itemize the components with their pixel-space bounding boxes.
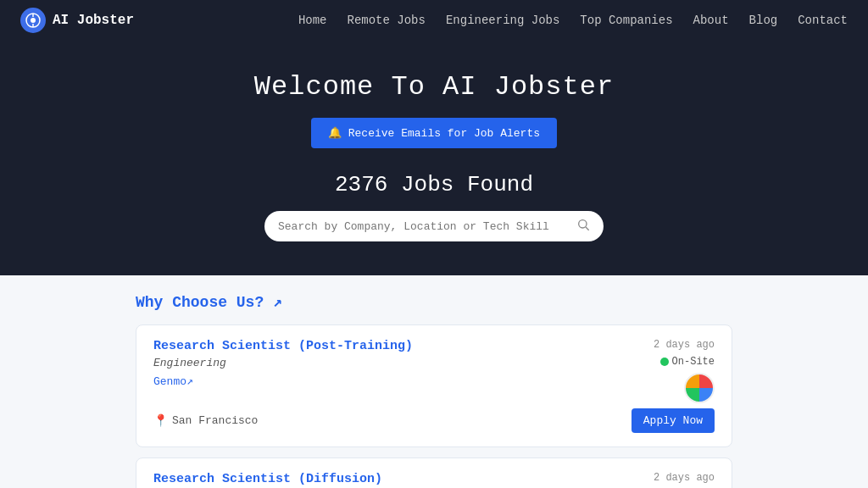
hero-title: Welcome To AI Jobster (17, 71, 851, 103)
job-time: 2 days ago (654, 339, 715, 351)
job-card-top: Research Scientist (Post-Training) (153, 339, 654, 353)
svg-line-5 (586, 227, 589, 230)
navbar: AI Jobster Home Remote Jobs Engineering … (0, 0, 868, 41)
nav-contact[interactable]: Contact (798, 14, 848, 27)
apply-button[interactable]: Apply Now (632, 408, 715, 433)
on-site-dot (660, 358, 669, 366)
nav-blog[interactable]: Blog (749, 14, 778, 27)
nav-remote-jobs[interactable]: Remote Jobs (348, 14, 426, 27)
job-type-badge: On-Site (660, 356, 715, 368)
job-card-middle: Research Scientist (Diffusion) Engineeri… (153, 472, 715, 488)
job-card: Research Scientist (Post-Training) Engin… (136, 324, 732, 447)
svg-point-4 (579, 220, 587, 228)
job-card-right: 2 days ago On-Site (654, 339, 715, 403)
nav-links: Home Remote Jobs Engineering Jobs Top Co… (298, 14, 848, 27)
job-type-label: On-Site (672, 356, 715, 368)
search-box (264, 211, 604, 241)
nav-top-companies[interactable]: Top Companies (580, 14, 672, 27)
job-company-link[interactable]: Genmo↗ (153, 374, 654, 388)
search-button[interactable] (576, 218, 590, 235)
brand[interactable]: AI Jobster (20, 8, 134, 33)
job-card: Research Scientist (Diffusion) Engineeri… (136, 458, 732, 488)
job-location-text: San Francisco (172, 414, 258, 427)
hero-section: Welcome To AI Jobster 🔔 Receive Emails f… (0, 41, 868, 275)
nav-about[interactable]: About (693, 14, 729, 27)
why-choose-heading[interactable]: Why Choose Us? ↗ (136, 292, 732, 311)
job-location: 📍 San Francisco (153, 413, 258, 428)
job-card-left: Research Scientist (Diffusion) Engineeri… (153, 472, 654, 488)
nav-engineering-jobs[interactable]: Engineering Jobs (446, 14, 559, 27)
brand-name: AI Jobster (53, 13, 134, 28)
job-category: Engineering (153, 357, 654, 369)
location-icon: 📍 (153, 413, 168, 428)
search-container (17, 211, 851, 241)
main-content: Why Choose Us? ↗ Research Scientist (Pos… (0, 275, 868, 488)
job-card-top: Research Scientist (Diffusion) (153, 472, 654, 486)
job-card-right: 2 days ago On-Site (654, 472, 715, 488)
jobs-found-count: 2376 Jobs Found (17, 172, 851, 197)
brand-icon (20, 8, 46, 33)
job-card-middle: Research Scientist (Post-Training) Engin… (153, 339, 715, 403)
svg-point-1 (31, 18, 36, 23)
job-card-left: Research Scientist (Post-Training) Engin… (153, 339, 654, 395)
job-title[interactable]: Research Scientist (Diffusion) (153, 472, 382, 486)
company-logo (684, 373, 715, 403)
job-time: 2 days ago (654, 472, 715, 484)
search-input[interactable] (278, 220, 570, 233)
email-alerts-button[interactable]: 🔔 Receive Emails for Job Alerts (311, 118, 557, 148)
job-card-bottom: 📍 San Francisco Apply Now (153, 408, 715, 433)
nav-home[interactable]: Home (298, 14, 327, 27)
job-title[interactable]: Research Scientist (Post-Training) (153, 339, 413, 353)
